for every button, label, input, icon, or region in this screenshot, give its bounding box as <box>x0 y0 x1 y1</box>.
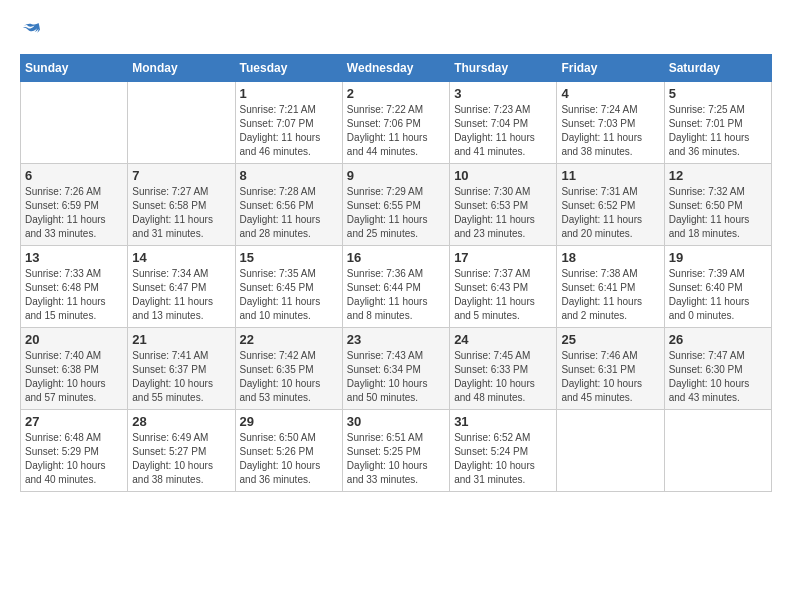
calendar-cell: 26Sunrise: 7:47 AM Sunset: 6:30 PM Dayli… <box>664 328 771 410</box>
day-info: Sunrise: 7:34 AM Sunset: 6:47 PM Dayligh… <box>132 267 230 323</box>
day-info: Sunrise: 6:50 AM Sunset: 5:26 PM Dayligh… <box>240 431 338 487</box>
calendar-cell: 19Sunrise: 7:39 AM Sunset: 6:40 PM Dayli… <box>664 246 771 328</box>
day-info: Sunrise: 7:25 AM Sunset: 7:01 PM Dayligh… <box>669 103 767 159</box>
day-number: 31 <box>454 414 552 429</box>
day-info: Sunrise: 7:32 AM Sunset: 6:50 PM Dayligh… <box>669 185 767 241</box>
logo-bird-icon <box>22 20 40 38</box>
calendar-cell: 29Sunrise: 6:50 AM Sunset: 5:26 PM Dayli… <box>235 410 342 492</box>
day-info: Sunrise: 6:52 AM Sunset: 5:24 PM Dayligh… <box>454 431 552 487</box>
day-number: 25 <box>561 332 659 347</box>
day-number: 13 <box>25 250 123 265</box>
calendar-cell: 8Sunrise: 7:28 AM Sunset: 6:56 PM Daylig… <box>235 164 342 246</box>
calendar-cell: 25Sunrise: 7:46 AM Sunset: 6:31 PM Dayli… <box>557 328 664 410</box>
calendar-cell: 15Sunrise: 7:35 AM Sunset: 6:45 PM Dayli… <box>235 246 342 328</box>
day-number: 4 <box>561 86 659 101</box>
day-info: Sunrise: 7:27 AM Sunset: 6:58 PM Dayligh… <box>132 185 230 241</box>
calendar-cell: 30Sunrise: 6:51 AM Sunset: 5:25 PM Dayli… <box>342 410 449 492</box>
day-info: Sunrise: 7:26 AM Sunset: 6:59 PM Dayligh… <box>25 185 123 241</box>
day-info: Sunrise: 6:48 AM Sunset: 5:29 PM Dayligh… <box>25 431 123 487</box>
calendar-table: SundayMondayTuesdayWednesdayThursdayFrid… <box>20 54 772 492</box>
day-number: 15 <box>240 250 338 265</box>
day-number: 17 <box>454 250 552 265</box>
day-info: Sunrise: 7:22 AM Sunset: 7:06 PM Dayligh… <box>347 103 445 159</box>
day-number: 14 <box>132 250 230 265</box>
day-info: Sunrise: 7:47 AM Sunset: 6:30 PM Dayligh… <box>669 349 767 405</box>
calendar-cell: 23Sunrise: 7:43 AM Sunset: 6:34 PM Dayli… <box>342 328 449 410</box>
day-info: Sunrise: 7:33 AM Sunset: 6:48 PM Dayligh… <box>25 267 123 323</box>
day-info: Sunrise: 7:30 AM Sunset: 6:53 PM Dayligh… <box>454 185 552 241</box>
day-number: 18 <box>561 250 659 265</box>
calendar-cell: 3Sunrise: 7:23 AM Sunset: 7:04 PM Daylig… <box>450 82 557 164</box>
day-number: 16 <box>347 250 445 265</box>
calendar-cell: 4Sunrise: 7:24 AM Sunset: 7:03 PM Daylig… <box>557 82 664 164</box>
calendar-cell: 17Sunrise: 7:37 AM Sunset: 6:43 PM Dayli… <box>450 246 557 328</box>
calendar-cell: 22Sunrise: 7:42 AM Sunset: 6:35 PM Dayli… <box>235 328 342 410</box>
day-number: 26 <box>669 332 767 347</box>
calendar-header-sunday: Sunday <box>21 55 128 82</box>
day-number: 3 <box>454 86 552 101</box>
day-info: Sunrise: 7:42 AM Sunset: 6:35 PM Dayligh… <box>240 349 338 405</box>
day-info: Sunrise: 7:43 AM Sunset: 6:34 PM Dayligh… <box>347 349 445 405</box>
day-info: Sunrise: 7:40 AM Sunset: 6:38 PM Dayligh… <box>25 349 123 405</box>
calendar-header-row: SundayMondayTuesdayWednesdayThursdayFrid… <box>21 55 772 82</box>
day-number: 8 <box>240 168 338 183</box>
day-number: 29 <box>240 414 338 429</box>
page-header <box>20 20 772 38</box>
calendar-header-friday: Friday <box>557 55 664 82</box>
day-number: 9 <box>347 168 445 183</box>
calendar-week-row: 1Sunrise: 7:21 AM Sunset: 7:07 PM Daylig… <box>21 82 772 164</box>
calendar-cell: 21Sunrise: 7:41 AM Sunset: 6:37 PM Dayli… <box>128 328 235 410</box>
calendar-cell: 12Sunrise: 7:32 AM Sunset: 6:50 PM Dayli… <box>664 164 771 246</box>
calendar-cell: 28Sunrise: 6:49 AM Sunset: 5:27 PM Dayli… <box>128 410 235 492</box>
day-number: 10 <box>454 168 552 183</box>
calendar-header-thursday: Thursday <box>450 55 557 82</box>
day-number: 20 <box>25 332 123 347</box>
day-number: 12 <box>669 168 767 183</box>
calendar-cell: 6Sunrise: 7:26 AM Sunset: 6:59 PM Daylig… <box>21 164 128 246</box>
calendar-cell: 5Sunrise: 7:25 AM Sunset: 7:01 PM Daylig… <box>664 82 771 164</box>
day-info: Sunrise: 7:36 AM Sunset: 6:44 PM Dayligh… <box>347 267 445 323</box>
calendar-cell <box>128 82 235 164</box>
calendar-header-monday: Monday <box>128 55 235 82</box>
day-number: 30 <box>347 414 445 429</box>
day-number: 7 <box>132 168 230 183</box>
day-number: 5 <box>669 86 767 101</box>
day-info: Sunrise: 6:51 AM Sunset: 5:25 PM Dayligh… <box>347 431 445 487</box>
day-number: 19 <box>669 250 767 265</box>
day-number: 6 <box>25 168 123 183</box>
day-info: Sunrise: 7:24 AM Sunset: 7:03 PM Dayligh… <box>561 103 659 159</box>
day-number: 21 <box>132 332 230 347</box>
day-number: 27 <box>25 414 123 429</box>
day-info: Sunrise: 7:46 AM Sunset: 6:31 PM Dayligh… <box>561 349 659 405</box>
calendar-cell <box>21 82 128 164</box>
day-info: Sunrise: 7:29 AM Sunset: 6:55 PM Dayligh… <box>347 185 445 241</box>
day-info: Sunrise: 7:41 AM Sunset: 6:37 PM Dayligh… <box>132 349 230 405</box>
calendar-week-row: 6Sunrise: 7:26 AM Sunset: 6:59 PM Daylig… <box>21 164 772 246</box>
day-number: 1 <box>240 86 338 101</box>
calendar-week-row: 20Sunrise: 7:40 AM Sunset: 6:38 PM Dayli… <box>21 328 772 410</box>
calendar-cell: 2Sunrise: 7:22 AM Sunset: 7:06 PM Daylig… <box>342 82 449 164</box>
calendar-header-tuesday: Tuesday <box>235 55 342 82</box>
calendar-cell: 10Sunrise: 7:30 AM Sunset: 6:53 PM Dayli… <box>450 164 557 246</box>
calendar-cell: 9Sunrise: 7:29 AM Sunset: 6:55 PM Daylig… <box>342 164 449 246</box>
calendar-cell: 18Sunrise: 7:38 AM Sunset: 6:41 PM Dayli… <box>557 246 664 328</box>
calendar-cell <box>664 410 771 492</box>
day-number: 23 <box>347 332 445 347</box>
day-number: 28 <box>132 414 230 429</box>
day-number: 24 <box>454 332 552 347</box>
logo <box>20 20 40 38</box>
calendar-cell: 14Sunrise: 7:34 AM Sunset: 6:47 PM Dayli… <box>128 246 235 328</box>
day-number: 2 <box>347 86 445 101</box>
calendar-cell <box>557 410 664 492</box>
day-info: Sunrise: 7:38 AM Sunset: 6:41 PM Dayligh… <box>561 267 659 323</box>
calendar-cell: 16Sunrise: 7:36 AM Sunset: 6:44 PM Dayli… <box>342 246 449 328</box>
day-info: Sunrise: 7:39 AM Sunset: 6:40 PM Dayligh… <box>669 267 767 323</box>
day-info: Sunrise: 6:49 AM Sunset: 5:27 PM Dayligh… <box>132 431 230 487</box>
day-number: 22 <box>240 332 338 347</box>
day-info: Sunrise: 7:45 AM Sunset: 6:33 PM Dayligh… <box>454 349 552 405</box>
day-info: Sunrise: 7:21 AM Sunset: 7:07 PM Dayligh… <box>240 103 338 159</box>
calendar-cell: 20Sunrise: 7:40 AM Sunset: 6:38 PM Dayli… <box>21 328 128 410</box>
calendar-header-wednesday: Wednesday <box>342 55 449 82</box>
day-info: Sunrise: 7:37 AM Sunset: 6:43 PM Dayligh… <box>454 267 552 323</box>
calendar-cell: 24Sunrise: 7:45 AM Sunset: 6:33 PM Dayli… <box>450 328 557 410</box>
